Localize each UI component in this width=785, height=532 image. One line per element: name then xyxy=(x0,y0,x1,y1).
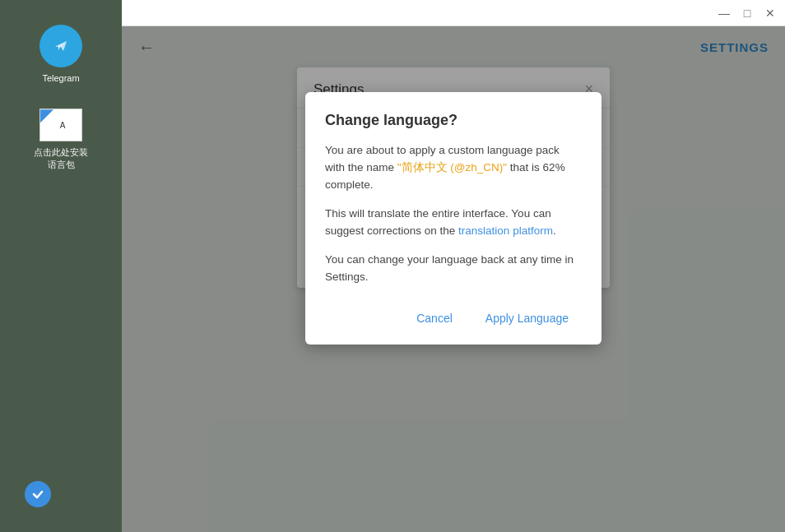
maximize-button[interactable]: □ xyxy=(739,5,755,21)
minimize-button[interactable]: — xyxy=(716,5,732,21)
modal-overlay: Change language? You are about to apply … xyxy=(122,26,785,532)
dialog-paragraph-2: This will translate the entire interface… xyxy=(325,206,582,240)
telegram-desktop-icon[interactable]: Telegram xyxy=(20,25,102,84)
dialog-body: You are about to apply a custom language… xyxy=(325,142,582,285)
langpack-desktop-icon[interactable]: A 点击此处安装语言包 xyxy=(20,109,102,170)
dialog-actions: Cancel Apply Language xyxy=(325,298,582,331)
desktop: Telegram A 点击此处安装语言包 — □ xyxy=(0,0,785,532)
translation-platform-link[interactable]: translation platform xyxy=(458,224,553,237)
sidebar: Telegram A 点击此处安装语言包 xyxy=(0,0,122,532)
dialog-title: Change language? xyxy=(325,112,582,129)
title-bar: — □ ✕ xyxy=(122,0,785,26)
change-language-dialog: Change language? You are about to apply … xyxy=(305,92,602,345)
language-pack-name: "简体中文 (@zh_CN)" xyxy=(397,161,507,173)
langpack-icon-label: 点击此处安装语言包 xyxy=(34,146,88,170)
telegram-icon xyxy=(39,25,82,67)
dialog-paragraph-3: You can change your language back at any… xyxy=(325,252,582,286)
telegram-icon-label: Telegram xyxy=(42,72,79,84)
close-button[interactable]: ✕ xyxy=(762,5,778,21)
app-content: ← SETTINGS Settings × 🌐 Language English… xyxy=(122,26,785,532)
cancel-button[interactable]: Cancel xyxy=(403,305,466,331)
dialog-paragraph-1: You are about to apply a custom language… xyxy=(325,142,582,194)
langpack-icon: A xyxy=(39,109,82,141)
main-window: — □ ✕ ← SETTINGS Settings × xyxy=(122,0,785,532)
window-controls: — □ ✕ xyxy=(716,5,778,21)
apply-language-button[interactable]: Apply Language xyxy=(472,305,582,331)
checkmark-badge xyxy=(25,481,51,507)
